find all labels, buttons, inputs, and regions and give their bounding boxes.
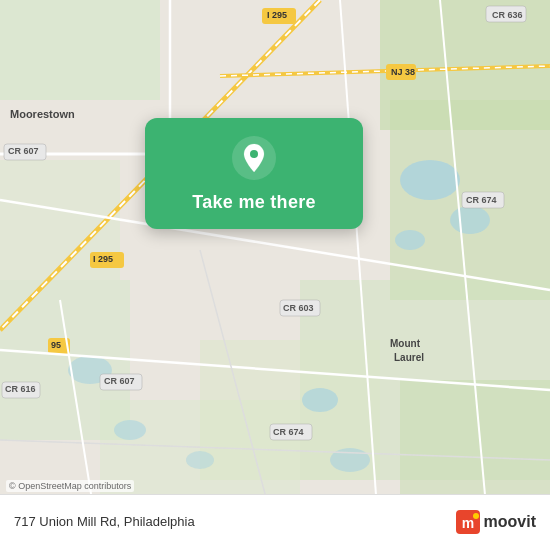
label-moorestown: Moorestown bbox=[10, 108, 75, 120]
svg-text:m: m bbox=[461, 515, 473, 531]
moovit-icon: m bbox=[454, 508, 482, 536]
label-mount-laurel1: Mount bbox=[390, 338, 420, 349]
map-attribution: © OpenStreetMap contributors bbox=[6, 480, 134, 492]
svg-rect-7 bbox=[400, 380, 550, 500]
bottom-bar: 717 Union Mill Rd, Philadelphia m moovit bbox=[0, 494, 550, 550]
location-pin-icon bbox=[232, 136, 276, 180]
svg-point-43 bbox=[250, 150, 258, 158]
popup-card: Take me there bbox=[145, 118, 363, 229]
svg-point-16 bbox=[186, 451, 214, 469]
svg-point-13 bbox=[302, 388, 338, 412]
label-cr674-bot: CR 674 bbox=[273, 427, 304, 437]
map-svg bbox=[0, 0, 550, 550]
svg-point-10 bbox=[400, 160, 460, 200]
map-container: I 295 CR 636 NJ 38 CR 607 CR 674 I 295 C… bbox=[0, 0, 550, 550]
label-cr616: CR 616 bbox=[5, 384, 36, 394]
svg-point-15 bbox=[114, 420, 146, 440]
label-i295-top: I 295 bbox=[267, 10, 287, 20]
moovit-logo: m moovit bbox=[454, 508, 536, 536]
label-cr607-bot: CR 607 bbox=[104, 376, 135, 386]
label-nj38: NJ 38 bbox=[391, 67, 415, 77]
moovit-text: moovit bbox=[484, 513, 536, 531]
label-cr607-left: CR 607 bbox=[8, 146, 39, 156]
label-cr636: CR 636 bbox=[492, 10, 523, 20]
svg-rect-1 bbox=[0, 0, 160, 100]
address-label: 717 Union Mill Rd, Philadelphia bbox=[14, 514, 195, 529]
svg-point-11 bbox=[450, 206, 490, 234]
svg-point-46 bbox=[473, 513, 479, 519]
label-i295-mid: I 295 bbox=[93, 254, 113, 264]
label-cr674-right: CR 674 bbox=[466, 195, 497, 205]
label-i95: 95 bbox=[51, 340, 61, 350]
label-mount-laurel2: Laurel bbox=[394, 352, 424, 363]
svg-point-12 bbox=[395, 230, 425, 250]
take-me-there-button[interactable]: Take me there bbox=[192, 192, 316, 213]
label-cr603: CR 603 bbox=[283, 303, 314, 313]
